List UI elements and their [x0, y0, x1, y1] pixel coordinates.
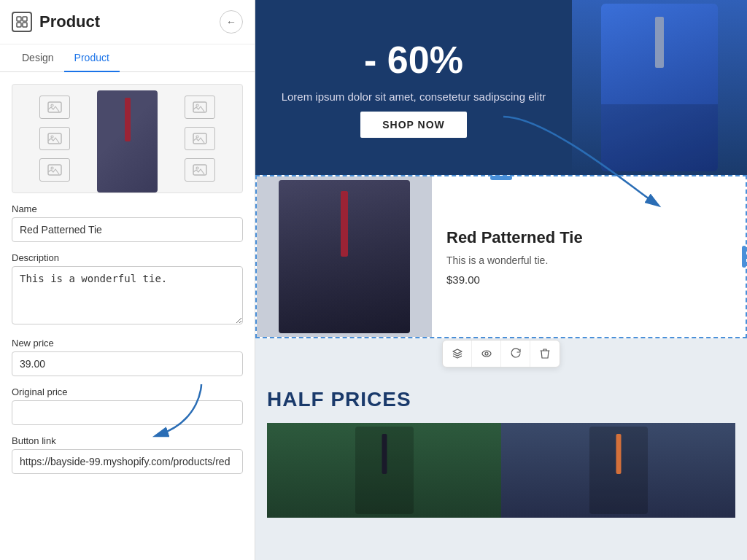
svg-point-13: [196, 136, 198, 138]
product-image-preview: [12, 84, 243, 193]
grid-item-2: [501, 423, 735, 518]
resize-handle-top[interactable]: [490, 176, 512, 180]
new-price-field-group: New price: [12, 338, 243, 376]
original-price-input[interactable]: [12, 400, 243, 425]
toolbar-eye-button[interactable]: [472, 341, 501, 367]
original-price-field-group: Original price: [12, 386, 243, 425]
hero-discount: - 60%: [364, 38, 463, 82]
hero-suit-image: [572, 0, 747, 175]
button-link-label: Button link: [12, 435, 243, 446]
product-thumbnail: [97, 90, 158, 192]
svg-point-16: [482, 351, 491, 357]
product-icon-box: [12, 12, 32, 32]
tab-product[interactable]: Product: [64, 44, 120, 72]
svg-point-9: [51, 167, 53, 169]
hero-banner: - 60% Lorem ipsum dolor sit amet, conset…: [255, 0, 747, 175]
description-input[interactable]: This is a wonderful tie.: [12, 266, 243, 324]
name-input[interactable]: [12, 217, 243, 242]
product-card-name: Red Patterned Tie: [446, 228, 731, 247]
panel-header-left: Product: [12, 12, 100, 32]
panel-header: Product ←: [0, 0, 255, 44]
svg-rect-0: [17, 17, 21, 21]
product-card-info: Red Patterned Tie This is a wonderful ti…: [432, 176, 746, 337]
product-card-wrapper: Red Patterned Tie This is a wonderful ti…: [255, 175, 747, 338]
half-prices-section: HALF PRICES: [255, 373, 747, 518]
svg-rect-2: [17, 23, 21, 27]
panel-body: Name Description This is a wonderful tie…: [0, 72, 255, 560]
placeholder-icon-6: [185, 158, 215, 182]
product-card-price: $39.00: [446, 273, 731, 286]
back-icon: ←: [226, 16, 236, 28]
product-icon: [16, 16, 28, 28]
placeholder-icon-3: [39, 158, 70, 182]
card-toolbar: [442, 340, 560, 368]
tab-design[interactable]: Design: [12, 44, 64, 72]
svg-point-15: [196, 167, 198, 169]
half-prices-title: HALF PRICES: [267, 388, 735, 411]
placeholder-icon-2: [39, 127, 70, 150]
trash-icon: [540, 348, 550, 359]
green-suit-image: [267, 423, 501, 518]
placeholder-icon-5: [185, 127, 215, 150]
new-price-label: New price: [12, 338, 243, 349]
name-label: Name: [12, 203, 243, 214]
svg-rect-3: [23, 23, 27, 27]
product-suit-image: [279, 180, 410, 333]
button-link-input[interactable]: [12, 449, 243, 474]
panel-title: Product: [39, 12, 100, 31]
hero-right: [572, 0, 747, 175]
svg-point-17: [485, 352, 488, 355]
resize-handle-right[interactable]: [742, 246, 746, 268]
name-field-group: Name: [12, 203, 243, 242]
toolbar-layers-button[interactable]: [443, 341, 472, 367]
shop-now-button[interactable]: SHOP NOW: [360, 112, 467, 138]
navy-suit-shape: [589, 427, 648, 514]
navy-suit-image: [501, 423, 735, 518]
image-placeholders-left: [12, 85, 97, 192]
description-field-group: Description This is a wonderful tie.: [12, 252, 243, 327]
grid-item-1: [267, 423, 501, 518]
hero-text: Lorem ipsum dolor sit amet, consetetur s…: [282, 90, 546, 103]
svg-point-7: [51, 136, 53, 138]
left-panel: Product ← Design Product: [0, 0, 255, 560]
product-card-description: This is a wonderful tie.: [446, 254, 731, 266]
product-card-image: [257, 176, 432, 337]
canvas-panel: - 60% Lorem ipsum dolor sit amet, conset…: [255, 0, 747, 560]
eye-icon: [481, 349, 492, 359]
placeholder-icon-4: [185, 96, 215, 119]
product-card: Red Patterned Tie This is a wonderful ti…: [255, 175, 747, 338]
tabs-container: Design Product: [0, 44, 255, 72]
svg-rect-1: [23, 17, 27, 21]
image-placeholders-right: [158, 85, 242, 192]
hero-left: - 60% Lorem ipsum dolor sit amet, conset…: [255, 0, 572, 175]
placeholder-icon-1: [39, 96, 70, 119]
toolbar-refresh-button[interactable]: [501, 341, 530, 367]
refresh-icon: [510, 348, 522, 359]
toolbar-delete-button[interactable]: [530, 341, 560, 367]
description-label: Description: [12, 252, 243, 263]
green-suit-shape: [355, 427, 414, 514]
new-price-input[interactable]: [12, 351, 243, 376]
layers-icon: [452, 348, 463, 359]
button-link-field-group: Button link: [12, 435, 243, 474]
products-grid: [267, 423, 735, 518]
back-button[interactable]: ←: [220, 10, 243, 34]
original-price-label: Original price: [12, 386, 243, 397]
svg-point-11: [196, 104, 198, 106]
svg-point-5: [51, 104, 53, 106]
